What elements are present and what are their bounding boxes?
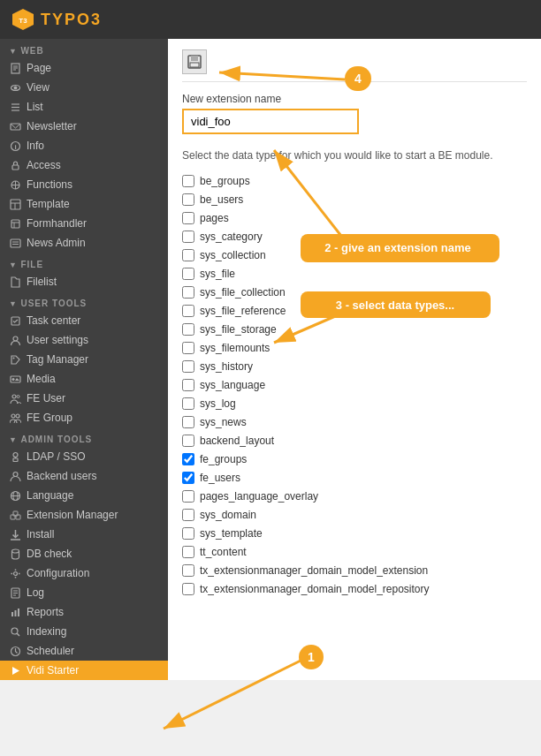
fe_groups-checkbox[interactable]: [182, 453, 194, 465]
be_groups-checkbox[interactable]: [182, 175, 194, 187]
sys_domain-checkbox[interactable]: [182, 509, 194, 521]
sidebar-item-newsletter[interactable]: Newsletter: [0, 117, 168, 136]
sys_collection-checkbox[interactable]: [182, 249, 194, 261]
list-item: be_groups: [182, 172, 527, 190]
sidebar-item-fegroup[interactable]: FE Group: [0, 408, 168, 427]
svg-point-49: [13, 571, 17, 575]
tx_ext_repository-checkbox[interactable]: [182, 583, 194, 595]
extension-name-input[interactable]: [182, 109, 359, 134]
sidebar-item-dbcheck[interactable]: DB check: [0, 544, 168, 563]
sidebar-item-backendusers[interactable]: Backend users: [0, 466, 168, 486]
sidebar-item-filelist[interactable]: Filelist: [0, 272, 168, 291]
sys_category-label[interactable]: sys_category: [200, 231, 263, 243]
sidebar-item-configuration[interactable]: Configuration: [0, 563, 168, 583]
backend_layout-checkbox[interactable]: [182, 435, 194, 447]
logo-icon: T3: [11, 7, 35, 32]
sys_language-checkbox[interactable]: [182, 379, 194, 391]
sidebar-item-scheduler[interactable]: Scheduler: [0, 641, 168, 661]
svg-point-48: [11, 549, 19, 553]
newsletter-icon: [9, 120, 21, 132]
sidebar-item-log[interactable]: Log: [0, 583, 168, 602]
functions-icon: [9, 178, 21, 191]
be_users-checkbox[interactable]: [182, 193, 194, 206]
sidebar-item-view[interactable]: View: [0, 78, 168, 97]
sys_template-label[interactable]: sys_template: [200, 527, 263, 540]
sys_domain-label[interactable]: sys_domain: [200, 509, 256, 521]
sidebar-item-usersettings-label: User settings: [27, 334, 88, 346]
tx_ext_extension-label[interactable]: tx_extensionmanager_domain_model_extensi…: [200, 564, 428, 577]
sidebar-item-template-label: Template: [27, 198, 70, 210]
sidebar-item-backendusers-label: Backend users: [27, 470, 96, 482]
backend_layout-label[interactable]: backend_layout: [200, 435, 274, 447]
sys_file_reference-checkbox[interactable]: [182, 305, 194, 317]
list-item: fe_users: [182, 469, 527, 487]
sidebar-item-vidistarter[interactable]: Vidi Starter: [0, 661, 168, 680]
sidebar-item-feuser-label: FE User: [27, 392, 65, 404]
sys_collection-label[interactable]: sys_collection: [200, 249, 266, 261]
install-icon: [9, 528, 21, 541]
sidebar-item-indexing[interactable]: Indexing: [0, 622, 168, 641]
sys_file_storage-checkbox[interactable]: [182, 323, 194, 336]
content-area: New extension name Select the data type …: [168, 39, 541, 680]
access-icon: [9, 159, 21, 171]
template-icon: [9, 198, 21, 210]
sidebar-item-taskcenter[interactable]: Task center: [0, 311, 168, 330]
fe_users-label[interactable]: fe_users: [200, 472, 240, 484]
sys_language-label[interactable]: sys_language: [200, 379, 265, 391]
list-item: sys_file_collection: [182, 284, 527, 301]
tt_content-checkbox[interactable]: [182, 546, 194, 558]
fe_users-checkbox[interactable]: [182, 472, 194, 484]
sidebar-item-access[interactable]: Access: [0, 155, 168, 175]
be_users-label[interactable]: be_users: [200, 193, 243, 206]
sys_history-label[interactable]: sys_history: [200, 360, 253, 373]
pages_language_overlay-label[interactable]: pages_language_overlay: [200, 490, 318, 503]
sys_file-label[interactable]: sys_file: [200, 268, 235, 280]
be_groups-label[interactable]: be_groups: [200, 175, 250, 187]
save-button[interactable]: [182, 49, 207, 74]
sidebar-item-reports[interactable]: Reports: [0, 602, 168, 622]
language-icon: [9, 489, 21, 502]
pages-checkbox[interactable]: [182, 212, 194, 224]
svg-point-36: [13, 452, 18, 457]
sys_file_reference-label[interactable]: sys_file_reference: [200, 305, 286, 317]
list-item: sys_history: [182, 358, 527, 375]
sys_filemounts-label[interactable]: sys_filemounts: [200, 342, 270, 354]
sys_file_storage-label[interactable]: sys_file_storage: [200, 323, 277, 336]
sidebar-item-list[interactable]: List: [0, 97, 168, 117]
sidebar-item-language[interactable]: Language: [0, 486, 168, 505]
pages_language_overlay-checkbox[interactable]: [182, 490, 194, 503]
fe_groups-label[interactable]: fe_groups: [200, 453, 247, 465]
sys_news-checkbox[interactable]: [182, 416, 194, 428]
sidebar-item-template[interactable]: Template: [0, 194, 168, 214]
log-icon: [9, 586, 21, 599]
sys_template-checkbox[interactable]: [182, 527, 194, 540]
sidebar-item-feuser[interactable]: FE User: [0, 389, 168, 408]
sidebar-item-extensionmanager[interactable]: Extension Manager: [0, 505, 168, 525]
sidebar-item-functions[interactable]: Functions: [0, 175, 168, 194]
sidebar-item-taskcenter-label: Task center: [27, 314, 80, 327]
sidebar-item-tagmanager[interactable]: Tag Manager: [0, 350, 168, 369]
sidebar-item-info[interactable]: i Info: [0, 136, 168, 155]
sys_log-checkbox[interactable]: [182, 397, 194, 410]
sys_filemounts-checkbox[interactable]: [182, 342, 194, 354]
sys_category-checkbox[interactable]: [182, 231, 194, 243]
tt_content-label[interactable]: tt_content: [200, 546, 247, 558]
sys_history-checkbox[interactable]: [182, 360, 194, 373]
sys_news-label[interactable]: sys_news: [200, 416, 247, 428]
sidebar-item-media[interactable]: Media: [0, 369, 168, 389]
sys_file_collection-checkbox[interactable]: [182, 286, 194, 299]
sidebar-item-newsadmin[interactable]: News Admin: [0, 233, 168, 253]
sys_log-label[interactable]: sys_log: [200, 397, 236, 410]
sidebar-item-usersettings[interactable]: User settings: [0, 330, 168, 350]
tx_ext_repository-label[interactable]: tx_extensionmanager_domain_model_reposit…: [200, 583, 430, 595]
pages-label[interactable]: pages: [200, 212, 229, 224]
sys_file-checkbox[interactable]: [182, 268, 194, 280]
sidebar-item-formhandler[interactable]: Formhandler: [0, 214, 168, 233]
svg-point-57: [11, 628, 18, 634]
svg-point-7: [13, 86, 17, 89]
tx_ext_extension-checkbox[interactable]: [182, 564, 194, 577]
sidebar-item-install[interactable]: Install: [0, 525, 168, 544]
sys_file_collection-label[interactable]: sys_file_collection: [200, 286, 286, 299]
sidebar-item-ldap[interactable]: LDAP / SSO: [0, 447, 168, 466]
sidebar-item-page[interactable]: Page: [0, 58, 168, 78]
